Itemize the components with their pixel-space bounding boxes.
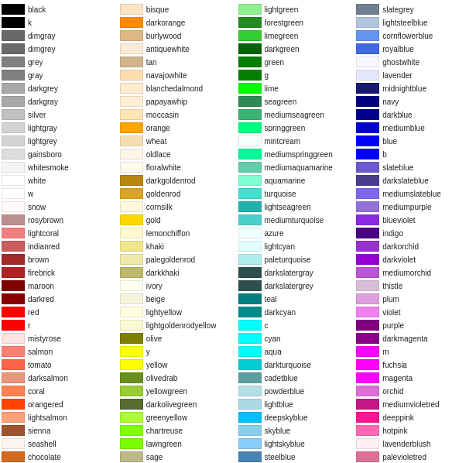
color-swatch xyxy=(2,43,25,54)
color-swatch xyxy=(238,425,262,436)
color-name: mediumturquoise xyxy=(265,216,324,225)
color-swatch xyxy=(356,201,379,212)
color-swatch xyxy=(120,96,143,107)
color-name: orange xyxy=(146,124,170,132)
color-row: w xyxy=(2,187,120,200)
color-row: slategrey xyxy=(356,3,474,15)
color-name: lightgray xyxy=(28,124,57,132)
color-swatch xyxy=(356,333,379,344)
color-row: gold xyxy=(120,214,238,226)
color-row: lightgrey xyxy=(2,135,120,147)
color-swatch xyxy=(238,162,262,173)
color-swatch xyxy=(2,412,25,423)
color-swatch xyxy=(120,57,143,67)
color-swatch xyxy=(238,122,262,133)
color-name: c xyxy=(265,321,269,330)
color-row: darkgreen xyxy=(238,43,357,55)
color-row: turquoise xyxy=(238,187,357,200)
color-name: olive xyxy=(146,334,163,343)
color-row: azure xyxy=(238,227,357,239)
color-name: cadetblue xyxy=(265,374,298,382)
color-name: mediumaquamarine xyxy=(265,163,333,172)
color-name: chartreuse xyxy=(146,427,183,435)
color-name: orchid xyxy=(382,387,403,396)
color-swatch xyxy=(120,175,143,186)
color-swatch xyxy=(356,412,379,423)
color-name: palevioletred xyxy=(382,453,426,461)
color-row: olive xyxy=(120,332,238,345)
color-swatch xyxy=(238,201,262,212)
color-row: teal xyxy=(238,293,357,305)
color-row: cadetblue xyxy=(238,372,357,384)
color-swatch xyxy=(2,149,25,159)
color-row: antiquewhite xyxy=(120,43,238,55)
color-row: mediumorchid xyxy=(356,266,474,279)
color-row: navajowhite xyxy=(120,69,238,81)
color-name: violet xyxy=(382,308,400,317)
color-swatch xyxy=(238,254,262,265)
color-name: skyblue xyxy=(265,427,291,435)
color-swatch xyxy=(2,372,25,383)
color-row: green xyxy=(238,56,357,68)
color-swatch xyxy=(120,359,143,370)
color-row: rosybrown xyxy=(2,214,120,226)
color-swatch xyxy=(356,241,379,252)
color-name: lightgoldenrodyellow xyxy=(146,321,217,330)
color-row: b xyxy=(356,148,474,160)
color-swatch xyxy=(238,307,262,317)
color-row: indigo xyxy=(356,227,474,239)
color-row: r xyxy=(2,319,120,331)
color-name: floralwhite xyxy=(146,163,181,172)
color-row: orange xyxy=(120,122,238,134)
color-swatch xyxy=(238,135,262,146)
color-swatch xyxy=(238,214,262,225)
color-swatch xyxy=(356,307,379,317)
color-swatch xyxy=(356,149,379,159)
color-row: darkred xyxy=(2,293,120,305)
color-name: k xyxy=(28,19,32,27)
color-row: cornsilk xyxy=(120,201,238,213)
column-1: blackkdimgraydimgreygreygraydarkgreydark… xyxy=(2,3,120,463)
color-row: palevioletred xyxy=(356,451,474,463)
color-name: lavenderblush xyxy=(382,440,430,448)
color-swatch xyxy=(238,228,262,238)
color-row: fuchsia xyxy=(356,358,474,371)
color-swatch xyxy=(356,109,379,120)
color-swatch xyxy=(2,175,25,186)
color-chart: blackkdimgraydimgreygreygraydarkgreydark… xyxy=(0,0,476,463)
color-name: whitesmoke xyxy=(28,163,69,172)
color-name: mediumvioletred xyxy=(382,400,439,409)
color-name: cyan xyxy=(265,334,281,343)
color-name: mediumorchid xyxy=(382,269,431,277)
color-swatch xyxy=(2,201,25,212)
color-swatch xyxy=(2,333,25,344)
color-row: plum xyxy=(356,293,474,305)
color-row: powderblue xyxy=(238,385,357,397)
color-name: moccasin xyxy=(146,111,179,119)
color-row: mediumaquamarine xyxy=(238,161,357,173)
color-row: lightcoral xyxy=(2,227,120,239)
color-row: lemonchiffon xyxy=(120,227,238,239)
color-name: salmon xyxy=(28,348,53,356)
color-row: forestgreen xyxy=(238,16,357,29)
color-name: blanchedalmond xyxy=(146,84,203,93)
color-name: darksalmon xyxy=(28,374,68,382)
color-swatch xyxy=(2,425,25,436)
color-row: gray xyxy=(2,69,120,81)
color-row: k xyxy=(2,16,120,29)
color-swatch xyxy=(356,451,379,462)
color-name: seashell xyxy=(28,440,57,448)
color-name: palegoldenrod xyxy=(146,256,195,264)
color-row: limegreen xyxy=(238,29,357,42)
color-swatch xyxy=(356,320,379,331)
color-swatch xyxy=(120,4,143,15)
color-row: brown xyxy=(2,253,120,266)
color-swatch xyxy=(238,4,262,15)
color-swatch xyxy=(356,280,379,291)
color-row: mediumvioletred xyxy=(356,398,474,410)
color-name: gainsboro xyxy=(28,150,62,159)
color-swatch xyxy=(120,346,143,357)
color-swatch xyxy=(356,425,379,436)
color-row: g xyxy=(238,69,357,81)
color-swatch xyxy=(2,17,25,28)
